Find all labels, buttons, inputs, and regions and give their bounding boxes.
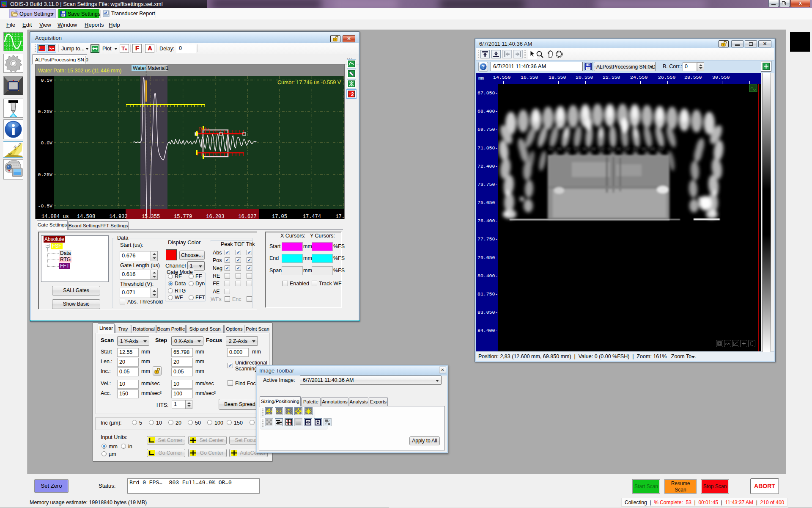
svg-text:-0.5V: -0.5V bbox=[38, 203, 52, 209]
svg-text:Material1: Material1 bbox=[148, 65, 169, 71]
svg-text:0.5V: 0.5V bbox=[41, 77, 52, 83]
svg-text:17.05: 17.05 bbox=[272, 214, 287, 219]
svg-text:14.084 us: 14.084 us bbox=[41, 214, 69, 219]
svg-text:-0.25V: -0.25V bbox=[36, 172, 52, 177]
svg-text:0.0V: 0.0V bbox=[41, 140, 52, 146]
svg-text:0.25V: 0.25V bbox=[38, 109, 52, 114]
svg-text:15.355: 15.355 bbox=[142, 214, 160, 219]
svg-text:17.474: 17.474 bbox=[303, 214, 321, 219]
svg-text:Data: Data bbox=[198, 126, 209, 131]
svg-text:Water: Water bbox=[133, 65, 146, 71]
svg-text:Cursor: 17.746 us -0.559 V: Cursor: 17.746 us -0.559 V bbox=[277, 80, 341, 86]
svg-text:16.627: 16.627 bbox=[238, 214, 256, 219]
svg-text:?: ? bbox=[482, 64, 485, 70]
svg-text:14.508: 14.508 bbox=[77, 214, 95, 219]
svg-text:16.203: 16.203 bbox=[206, 214, 224, 219]
svg-text:14.932: 14.932 bbox=[109, 214, 127, 219]
svg-text:15.779: 15.779 bbox=[174, 214, 192, 219]
svg-text:17.: 17. bbox=[335, 214, 344, 219]
svg-text:Water Path: 15.302 us (11.446: Water Path: 15.302 us (11.446 mm) bbox=[38, 68, 121, 74]
